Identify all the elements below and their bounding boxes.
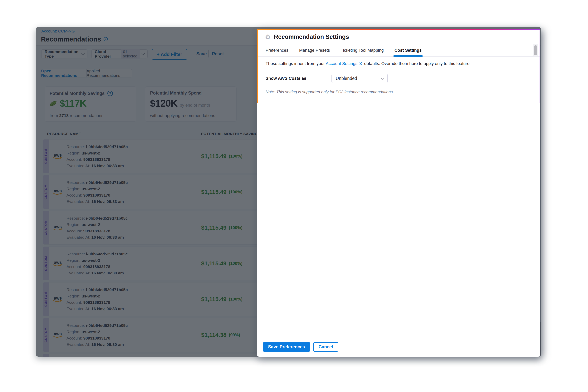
ec2-note: Note: This setting is supported only for…: [266, 90, 394, 94]
cancel-button[interactable]: Cancel: [313, 342, 338, 352]
tab-ticketing-tool-mapping[interactable]: Ticketing Tool Mapping: [341, 44, 384, 56]
external-link-icon: [358, 62, 362, 66]
panel-footer: Save Preferences Cancel: [263, 342, 338, 352]
aws-cost-type-select[interactable]: Unblended: [332, 74, 388, 83]
account-settings-link[interactable]: Account Settings: [326, 61, 358, 66]
settings-tabs: Preferences Manage Presets Ticketing Too…: [257, 44, 540, 57]
chevron-down-icon: [381, 76, 384, 80]
gear-icon: ⚙: [265, 34, 271, 40]
panel-scrollbar-track[interactable]: [533, 44, 538, 56]
save-preferences-button[interactable]: Save Preferences: [263, 342, 310, 352]
field-label: Show AWS Costs as: [266, 76, 306, 81]
tab-manage-presets[interactable]: Manage Presets: [299, 44, 330, 56]
tab-preferences[interactable]: Preferences: [266, 44, 288, 56]
panel-scrollbar-thumb[interactable]: [534, 45, 537, 55]
recommendation-settings-panel: ⚙ Recommendation Settings Preferences Ma…: [257, 29, 540, 357]
tab-cost-settings[interactable]: Cost Settings: [394, 44, 422, 56]
panel-title: Recommendation Settings: [274, 34, 349, 40]
settings-description: These settings inherit from your Account…: [266, 61, 470, 66]
show-aws-costs-field: Show AWS Costs as Unblended: [266, 74, 496, 83]
screen: Account: CCM-NG Recommendations Recommen…: [0, 0, 588, 392]
